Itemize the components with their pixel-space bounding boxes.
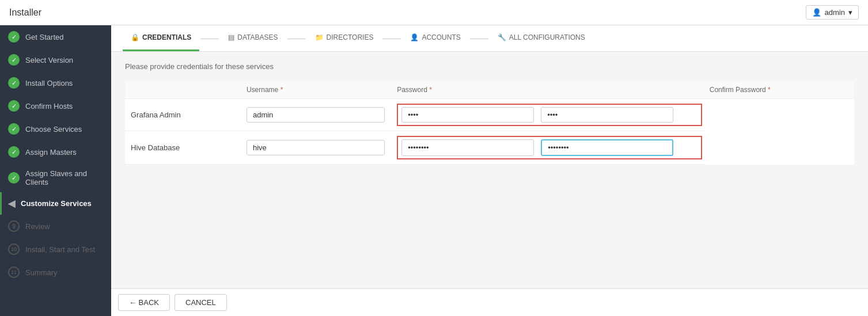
tab-sep-4: —— — [469, 33, 490, 44]
sidebar-item-select-version[interactable]: ✓ Select Version — [0, 48, 111, 71]
accounts-icon: 👤 — [410, 33, 419, 41]
tab-accounts[interactable]: 👤 ACCOUNTS — [402, 25, 468, 51]
chevron-down-icon: ▾ — [848, 8, 852, 17]
content-body: Please provide credentials for these ser… — [111, 52, 868, 288]
col-header-password: Password — [391, 81, 704, 99]
sidebar-item-assign-slaves[interactable]: ✓ Assign Slaves and Clients — [0, 163, 111, 192]
step-icon-select-version: ✓ — [8, 54, 20, 66]
step-icon-confirm-hosts: ✓ — [8, 100, 20, 112]
tab-directories[interactable]: 📁 DIRECTORIES — [307, 25, 382, 51]
sidebar-item-get-started[interactable]: ✓ Get Started — [0, 25, 111, 48]
sidebar-label-get-started: Get Started — [25, 33, 63, 41]
sidebar-item-install-start[interactable]: 10 Install, Start and Test — [0, 238, 111, 261]
sidebar-label-install-options: Install Options — [25, 79, 73, 87]
sidebar-label-install-start: Install, Start and Test — [25, 245, 95, 254]
user-label: admin — [825, 8, 845, 17]
user-menu[interactable]: 👤 admin ▾ — [806, 5, 859, 20]
step-icon-install-options: ✓ — [8, 77, 20, 89]
hive-password-cell — [391, 131, 704, 165]
sidebar-label-select-version: Select Version — [25, 56, 73, 64]
sidebar: ✓ Get Started ✓ Select Version ✓ Install… — [0, 25, 111, 316]
app-title: Installer — [9, 7, 41, 18]
lock-icon: 🔒 — [131, 33, 139, 41]
credentials-form: Username Password Confirm Password — [125, 81, 854, 165]
col-header-service — [125, 81, 241, 99]
tab-sep-3: —— — [381, 33, 402, 44]
step-icon-get-started: ✓ — [8, 31, 20, 43]
sidebar-item-confirm-hosts[interactable]: ✓ Confirm Hosts — [0, 94, 111, 117]
hive-username-cell — [241, 131, 391, 165]
top-header: Installer 👤 admin ▾ — [0, 0, 868, 25]
tab-credentials-label: CREDENTIALS — [142, 33, 191, 41]
col-header-username: Username — [241, 81, 391, 99]
arrow-icon: ◀ — [8, 198, 15, 209]
tab-directories-label: DIRECTORIES — [327, 33, 374, 41]
tab-sep-1: —— — [199, 33, 220, 44]
bottom-nav: ← BACK CANCEL — [111, 288, 868, 316]
sidebar-item-summary[interactable]: 11 Summary — [0, 261, 111, 284]
tabs-bar: 🔒 CREDENTIALS —— ▤ DATABASES —— 📁 DIRECT… — [111, 25, 868, 52]
wrench-icon: 🔧 — [498, 33, 506, 41]
grafana-password-cell — [391, 99, 704, 131]
grafana-confirm-password-input[interactable] — [541, 107, 673, 123]
sidebar-item-review[interactable]: 9 Review — [0, 215, 111, 238]
hive-confirm-password-input[interactable] — [541, 139, 673, 156]
table-row: Grafana Admin — [125, 99, 854, 131]
sidebar-label-assign-slaves: Assign Slaves and Clients — [25, 169, 103, 186]
sidebar-label-assign-masters: Assign Masters — [25, 148, 77, 157]
step-icon-assign-masters: ✓ — [8, 146, 20, 158]
col-header-confirm-password: Confirm Password — [704, 81, 854, 99]
tab-databases-label: DATABASES — [237, 33, 278, 41]
user-icon: 👤 — [812, 8, 821, 17]
sidebar-item-install-options[interactable]: ✓ Install Options — [0, 71, 111, 94]
sidebar-label-confirm-hosts: Confirm Hosts — [25, 102, 73, 111]
sidebar-item-choose-services[interactable]: ✓ Choose Services — [0, 117, 111, 140]
service-label-grafana: Grafana Admin — [125, 99, 241, 131]
tab-sep-2: —— — [286, 33, 307, 44]
databases-icon: ▤ — [228, 33, 234, 41]
sidebar-label-choose-services: Choose Services — [25, 125, 82, 134]
tab-databases[interactable]: ▤ DATABASES — [220, 25, 286, 51]
folder-icon: 📁 — [315, 33, 324, 41]
tab-all-configurations-label: ALL CONFIGURATIONS — [509, 33, 585, 41]
grafana-password-input[interactable] — [401, 107, 534, 123]
grafana-username-cell — [241, 99, 391, 131]
hive-username-input[interactable] — [247, 140, 385, 155]
step-icon-review: 9 — [8, 220, 20, 232]
content-area: 🔒 CREDENTIALS —— ▤ DATABASES —— 📁 DIRECT… — [111, 25, 868, 316]
back-button[interactable]: ← BACK — [118, 294, 170, 311]
step-icon-summary: 11 — [8, 266, 20, 278]
credentials-table: Username Password Confirm Password — [125, 81, 854, 165]
sidebar-label-summary: Summary — [25, 268, 58, 277]
instruction-text: Please provide credentials for these ser… — [125, 62, 854, 71]
tab-accounts-label: ACCOUNTS — [422, 33, 460, 41]
tab-credentials[interactable]: 🔒 CREDENTIALS — [123, 25, 199, 51]
hive-password-input[interactable] — [401, 139, 534, 156]
main-layout: ✓ Get Started ✓ Select Version ✓ Install… — [0, 25, 868, 316]
table-row: Hive Database — [125, 131, 854, 165]
sidebar-label-customize-services: Customize Services — [21, 199, 92, 208]
step-icon-assign-slaves: ✓ — [8, 172, 20, 184]
sidebar-item-assign-masters[interactable]: ✓ Assign Masters — [0, 140, 111, 163]
step-icon-choose-services: ✓ — [8, 123, 20, 135]
sidebar-item-customize-services[interactable]: ◀ Customize Services — [0, 192, 111, 215]
tab-all-configurations[interactable]: 🔧 ALL CONFIGURATIONS — [490, 25, 593, 51]
service-label-hive: Hive Database — [125, 131, 241, 165]
sidebar-label-review: Review — [25, 222, 50, 231]
step-icon-install-start: 10 — [8, 243, 20, 255]
cancel-button[interactable]: CANCEL — [175, 294, 227, 311]
grafana-username-input[interactable] — [247, 107, 385, 123]
